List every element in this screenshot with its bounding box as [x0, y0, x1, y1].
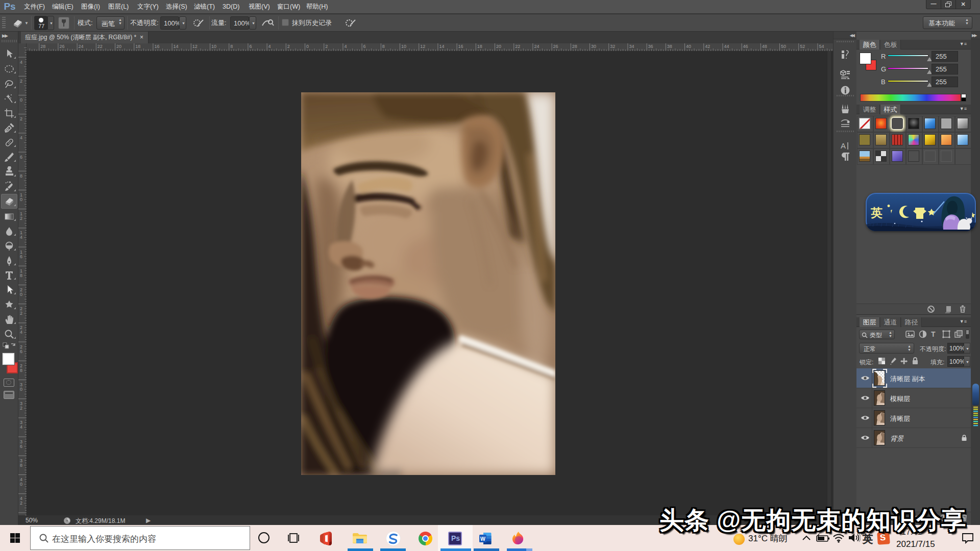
svg-text:14: 14: [439, 44, 444, 49]
svg-text:18: 18: [135, 44, 140, 49]
svg-text:8: 8: [230, 44, 233, 49]
svg-text:4: 4: [20, 60, 22, 65]
svg-text:8: 8: [20, 463, 22, 468]
svg-text:12: 12: [192, 44, 198, 49]
svg-text:4: 4: [344, 44, 347, 49]
svg-text:8: 8: [20, 368, 22, 373]
svg-text:8: 8: [20, 273, 22, 278]
svg-text:22: 22: [97, 44, 103, 49]
svg-text:46: 46: [743, 44, 748, 49]
svg-text:W: W: [480, 536, 485, 542]
svg-text:4: 4: [20, 235, 22, 240]
svg-text:32: 32: [610, 44, 615, 49]
svg-text:18: 18: [477, 44, 482, 49]
svg-text:14: 14: [174, 44, 179, 49]
svg-text:0: 0: [20, 292, 22, 297]
svg-text:2: 2: [20, 500, 22, 506]
svg-text:2: 2: [20, 79, 22, 84]
svg-text:10: 10: [211, 44, 216, 49]
svg-text:28: 28: [40, 44, 45, 49]
svg-text:6: 6: [20, 444, 22, 449]
svg-text:26: 26: [553, 44, 558, 49]
svg-text:0: 0: [20, 97, 22, 103]
svg-text:20: 20: [116, 44, 121, 49]
svg-text:0: 0: [20, 197, 22, 202]
svg-text:38: 38: [667, 44, 672, 49]
svg-text:12: 12: [420, 44, 425, 49]
svg-text:20: 20: [496, 44, 501, 49]
svg-text:42: 42: [705, 44, 710, 49]
svg-text:2: 2: [325, 44, 328, 49]
svg-text:22: 22: [515, 44, 520, 49]
svg-text:24: 24: [79, 44, 84, 49]
svg-text:2: 2: [20, 116, 22, 121]
svg-text:30: 30: [591, 44, 596, 49]
svg-text:26: 26: [59, 44, 64, 49]
svg-text:50: 50: [781, 44, 786, 49]
svg-text:36: 36: [648, 44, 653, 49]
svg-text:8: 8: [20, 173, 22, 179]
svg-text:2: 2: [20, 311, 22, 316]
svg-text:英: 英: [870, 206, 883, 219]
svg-text:4: 4: [20, 135, 22, 140]
svg-text:34: 34: [629, 44, 634, 49]
svg-text:4: 4: [20, 424, 22, 430]
svg-text:16: 16: [458, 44, 463, 49]
svg-text:10: 10: [401, 44, 406, 49]
svg-text:24: 24: [534, 44, 539, 49]
svg-text:2: 2: [20, 216, 22, 221]
svg-text:2: 2: [287, 44, 290, 49]
svg-text:6: 6: [249, 44, 252, 49]
svg-text:2: 2: [20, 406, 22, 411]
svg-text:0: 0: [20, 482, 22, 487]
svg-text:6: 6: [20, 254, 22, 259]
svg-text:4: 4: [20, 330, 22, 335]
svg-text:6: 6: [363, 44, 366, 49]
svg-text:40: 40: [686, 44, 691, 49]
svg-text:6: 6: [20, 155, 22, 160]
svg-text:54: 54: [819, 44, 824, 49]
svg-text:6: 6: [20, 349, 22, 354]
svg-text:0: 0: [306, 44, 309, 49]
svg-text:4: 4: [268, 44, 271, 49]
svg-text:52: 52: [800, 44, 805, 49]
svg-text:0: 0: [20, 387, 22, 392]
svg-text:28: 28: [572, 44, 577, 49]
svg-text:44: 44: [724, 44, 729, 49]
svg-text:8: 8: [382, 44, 385, 49]
svg-text:48: 48: [762, 44, 767, 49]
svg-text:A: A: [841, 141, 846, 150]
svg-text:16: 16: [154, 44, 159, 49]
